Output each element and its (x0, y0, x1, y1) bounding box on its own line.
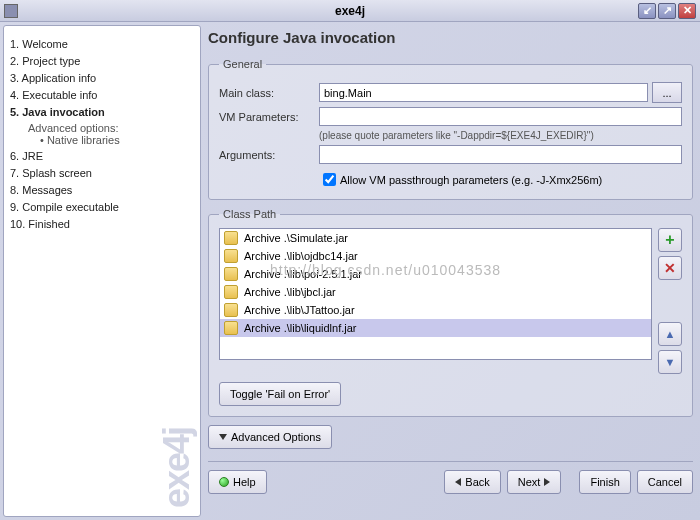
advanced-options-button[interactable]: Advanced Options (208, 425, 332, 449)
step-splash-screen[interactable]: 7. Splash screen (10, 166, 194, 180)
main-class-input[interactable] (319, 83, 648, 102)
classpath-legend: Class Path (219, 208, 280, 220)
archive-icon (224, 303, 238, 317)
classpath-item[interactable]: Archive .\Simulate.jar (220, 229, 651, 247)
classpath-item-label: Archive .\lib\liquidlnf.jar (244, 322, 357, 334)
archive-icon (224, 285, 238, 299)
help-button[interactable]: Help (208, 470, 267, 494)
step-project-type[interactable]: 2. Project type (10, 54, 194, 68)
step-application-info[interactable]: 3. Application info (10, 71, 194, 85)
classpath-item[interactable]: Archive .\lib\ojdbc14.jar (220, 247, 651, 265)
advanced-options-button-label: Advanced Options (231, 431, 321, 443)
step-executable-info[interactable]: 4. Executable info (10, 88, 194, 102)
help-button-label: Help (233, 476, 256, 488)
step-java-invocation[interactable]: 5. Java invocation (10, 105, 194, 119)
step-finished[interactable]: 10. Finished (10, 217, 194, 231)
close-button[interactable]: ✕ (678, 3, 696, 19)
arrow-right-icon (544, 478, 550, 486)
step-compile-executable[interactable]: 9. Compile executable (10, 200, 194, 214)
remove-classpath-button[interactable]: ✕ (658, 256, 682, 280)
archive-icon (224, 249, 238, 263)
classpath-list[interactable]: Archive .\Simulate.jarArchive .\lib\ojdb… (219, 228, 652, 360)
classpath-item[interactable]: Archive .\lib\liquidlnf.jar (220, 319, 651, 337)
cancel-button[interactable]: Cancel (637, 470, 693, 494)
help-icon (219, 477, 229, 487)
archive-icon (224, 321, 238, 335)
classpath-item[interactable]: Archive .\lib\poi-2.5.1.jar (220, 265, 651, 283)
native-libraries-item[interactable]: Native libraries (40, 134, 194, 146)
next-button-label: Next (518, 476, 541, 488)
allow-passthrough-checkbox[interactable] (323, 173, 336, 186)
general-group: General Main class: ... VM Parameters: (… (208, 58, 693, 200)
page-title: Configure Java invocation (208, 29, 697, 46)
classpath-group: Class Path Archive .\Simulate.jarArchive… (208, 208, 693, 417)
step-messages[interactable]: 8. Messages (10, 183, 194, 197)
classpath-item-label: Archive .\lib\JTattoo.jar (244, 304, 355, 316)
finish-button[interactable]: Finish (579, 470, 630, 494)
vm-params-hint: (please quote parameters like "-Dappdir=… (319, 130, 682, 141)
add-classpath-button[interactable]: + (658, 228, 682, 252)
back-button-label: Back (465, 476, 489, 488)
window-title: exe4j (335, 4, 365, 18)
maximize-button[interactable]: ↗ (658, 3, 676, 19)
sidebar: 1. Welcome 2. Project type 3. Applicatio… (3, 25, 201, 517)
allow-passthrough-label: Allow VM passthrough parameters (e.g. -J… (340, 174, 602, 186)
classpath-item-label: Archive .\lib\poi-2.5.1.jar (244, 268, 362, 280)
classpath-item-label: Archive .\Simulate.jar (244, 232, 348, 244)
brand-logo: exe4j (156, 428, 198, 508)
step-jre[interactable]: 6. JRE (10, 149, 194, 163)
window-buttons: ↙ ↗ ✕ (638, 3, 696, 19)
footer-separator (208, 461, 693, 462)
move-up-button[interactable]: ▲ (658, 322, 682, 346)
vm-params-input[interactable] (319, 107, 682, 126)
toggle-fail-on-error-button[interactable]: Toggle 'Fail on Error' (219, 382, 341, 406)
advanced-options-label: Advanced options: (28, 122, 194, 134)
classpath-item[interactable]: Archive .\lib\JTattoo.jar (220, 301, 651, 319)
archive-icon (224, 267, 238, 281)
archive-icon (224, 231, 238, 245)
arguments-label: Arguments: (219, 149, 319, 161)
main-panel: Configure Java invocation General Main c… (204, 25, 697, 517)
arrow-left-icon (455, 478, 461, 486)
chevron-down-icon (219, 434, 227, 440)
back-button[interactable]: Back (444, 470, 500, 494)
titlebar: exe4j ↙ ↗ ✕ (0, 0, 700, 22)
minimize-button[interactable]: ↙ (638, 3, 656, 19)
classpath-item[interactable]: Archive .\lib\jbcl.jar (220, 283, 651, 301)
browse-main-class-button[interactable]: ... (652, 82, 682, 103)
next-button[interactable]: Next (507, 470, 562, 494)
vm-params-label: VM Parameters: (219, 111, 319, 123)
app-icon (4, 4, 18, 18)
arguments-input[interactable] (319, 145, 682, 164)
main-class-label: Main class: (219, 87, 319, 99)
classpath-item-label: Archive .\lib\ojdbc14.jar (244, 250, 358, 262)
move-down-button[interactable]: ▼ (658, 350, 682, 374)
step-welcome[interactable]: 1. Welcome (10, 37, 194, 51)
classpath-item-label: Archive .\lib\jbcl.jar (244, 286, 336, 298)
general-legend: General (219, 58, 266, 70)
